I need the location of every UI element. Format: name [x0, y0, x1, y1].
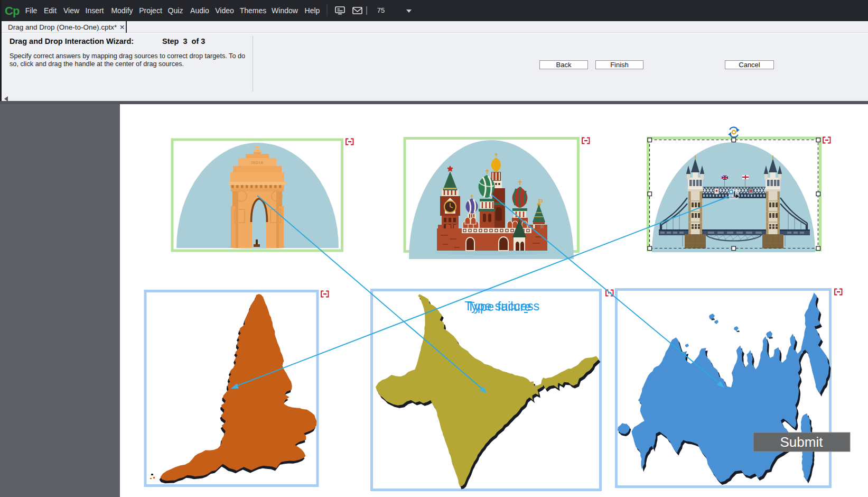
- svg-text:Type failure: Type failure: [467, 300, 531, 314]
- svg-text:Submit: Submit: [780, 434, 824, 450]
- svg-text:INDIA: INDIA: [251, 161, 264, 164]
